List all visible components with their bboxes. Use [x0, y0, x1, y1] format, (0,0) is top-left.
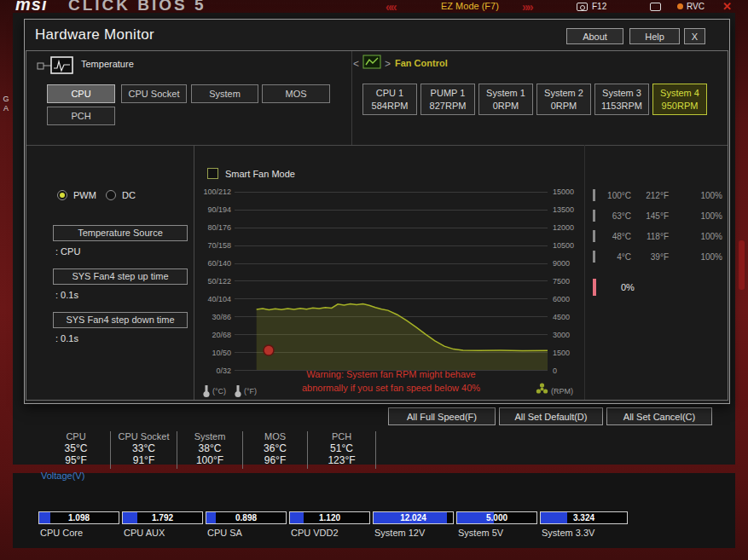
setpoint-fahrenheit: 212°F	[635, 191, 669, 200]
voltage-bar-cpu-vdd2: 1.120	[289, 511, 370, 524]
decor-chevrons-right: »»	[522, 0, 532, 14]
fan-curve-svg	[235, 192, 548, 371]
screenshot-key-label: F12	[592, 2, 606, 11]
edge-scroll-strip	[739, 240, 745, 290]
setpoint-row-4: 4°C 39°F 100%	[593, 250, 722, 263]
sensor-divider	[375, 431, 376, 469]
setpoint-celsius: 48°C	[602, 232, 631, 241]
sensor-celsius: 33°C	[111, 442, 177, 454]
pwm-label: PWM	[73, 190, 96, 200]
setpoint-celsius: 4°C	[602, 252, 631, 262]
voltage-value: 12.024	[374, 512, 453, 523]
voltage-bar-cpu-aux: 1.792	[122, 511, 203, 524]
voltage-name: CPU VDD2	[291, 528, 339, 538]
fan-tab-rpm: 0RPM	[479, 100, 532, 113]
setpoint-celsius: 100°C	[602, 191, 631, 200]
celsius-unit-label: (°C)	[212, 387, 226, 395]
sensor-cpu: CPU 35°C 95°F	[42, 430, 110, 466]
temp-axis-labels: 100/21290/194 80/17670/158 60/14050/122 …	[192, 188, 231, 375]
fan-tab-system2[interactable]: System 2 0RPM	[536, 84, 591, 115]
fan-tab-system1[interactable]: System 1 0RPM	[478, 84, 533, 115]
divider-tabs	[351, 51, 352, 145]
smart-fan-label: Smart Fan Mode	[225, 169, 295, 179]
temp-tab-cpu[interactable]: CPU	[47, 84, 115, 103]
setpoint-bar	[593, 189, 595, 201]
voltage-name: System 12V	[374, 528, 425, 538]
temperature-section-label: Temperature	[81, 59, 134, 69]
screenshot-camera-icon	[577, 3, 588, 11]
fan-tab-name: System 3	[595, 87, 648, 100]
bios-close-icon[interactable]: ✕	[722, 0, 732, 13]
voltage-bar-system-5v: 5.000	[456, 511, 537, 524]
ez-mode-label[interactable]: EZ Mode (F7)	[441, 1, 499, 11]
divider-horizontal	[26, 145, 728, 146]
setpoint-bar	[593, 251, 595, 263]
voltage-value: 1.120	[290, 512, 369, 523]
fan-control-icon	[362, 55, 381, 70]
dc-radio[interactable]	[106, 190, 116, 200]
voltage-value: 3.324	[541, 512, 627, 523]
sensor-celsius: 36°C	[243, 442, 307, 454]
edge-text-fragment: GA	[2, 95, 10, 113]
setpoint-fahrenheit: 118°F	[635, 232, 669, 241]
fan-curve-plot[interactable]	[235, 192, 548, 371]
fan-unit-icon	[536, 383, 548, 395]
all-set-cancel-button[interactable]: All Set Cancel(C)	[606, 407, 712, 425]
sensor-system: System 38°C 100°F	[177, 430, 242, 466]
curve-marker-dot[interactable]	[264, 345, 274, 355]
sensor-fahrenheit: 91°F	[111, 454, 177, 466]
voltage-name: CPU Core	[40, 528, 83, 538]
temp-tab-system[interactable]: System	[191, 84, 258, 103]
fan-curve-area	[257, 304, 548, 371]
fan-next-arrow[interactable]: >	[385, 58, 391, 70]
smart-fan-checkbox[interactable]	[207, 168, 218, 179]
fan-warning: Warning: System fan RPM might behave abn…	[235, 367, 548, 395]
fan-tab-rpm: 950RPM	[653, 100, 706, 113]
voltage-name: System 5V	[458, 528, 503, 538]
temp-tab-cpu-socket[interactable]: CPU Socket	[121, 84, 187, 103]
setpoint-duty: 100%	[693, 191, 722, 200]
setpoint-row-2: 63°C 145°F 100%	[593, 209, 722, 222]
sensor-name: PCH	[308, 430, 375, 442]
sensor-celsius: 35°C	[42, 442, 110, 454]
temperature-source-value: : CPU	[55, 246, 80, 257]
fan-warning-line2: abnormally if you set fan speed below 40…	[235, 381, 548, 395]
sensor-fahrenheit: 123°F	[308, 454, 375, 466]
step-up-time-button[interactable]: SYS Fan4 step up time	[53, 268, 188, 285]
decor-chevrons-left: ««	[386, 0, 396, 14]
voltage-value: 5.000	[457, 512, 536, 523]
fan-tab-system3[interactable]: System 3 1153RPM	[594, 84, 649, 115]
temp-tab-mos[interactable]: MOS	[262, 84, 330, 103]
sensor-name: MOS	[243, 430, 307, 442]
fan-tab-pump1[interactable]: PUMP 1 827RPM	[420, 84, 475, 115]
sensor-fahrenheit: 96°F	[243, 454, 307, 466]
dialog-close-button[interactable]: X	[684, 28, 705, 44]
voltage-bar-system-12v: 12.024	[373, 511, 454, 524]
sensor-name: CPU	[42, 430, 110, 442]
about-button[interactable]: About	[566, 28, 623, 44]
rvc-status-dot	[677, 3, 683, 9]
all-set-default-button[interactable]: All Set Default(D)	[499, 407, 603, 425]
setpoint-fahrenheit: 145°F	[635, 211, 669, 221]
dialog-title: Hardware Monitor	[35, 26, 154, 43]
help-button[interactable]: Help	[629, 28, 680, 44]
fan-tab-rpm: 0RPM	[537, 100, 590, 113]
temperature-source-button[interactable]: Temperature Source	[53, 225, 188, 241]
pwm-radio[interactable]	[57, 190, 67, 200]
step-down-time-value: : 0.1s	[55, 333, 78, 344]
voltage-bar-system-3-3v: 3.324	[540, 511, 628, 524]
fan-tab-rpm: 584RPM	[363, 100, 416, 113]
fan-tab-cpu1[interactable]: CPU 1 584RPM	[362, 84, 417, 115]
temp-tab-pch[interactable]: PCH	[47, 107, 115, 125]
fan-prev-arrow[interactable]: <	[353, 58, 359, 70]
voltage-name: CPU AUX	[124, 528, 165, 538]
setpoint-bar	[593, 230, 595, 242]
setpoint-duty: 100%	[693, 252, 722, 262]
bios-screen: msi CLICK BIOS 5 «« EZ Mode (F7) »» F12 …	[0, 0, 748, 560]
fan-tab-system4[interactable]: System 4 950RPM	[652, 84, 707, 115]
voltage-section-label: Voltage(V)	[41, 471, 84, 481]
step-down-time-button[interactable]: SYS Fan4 step down time	[53, 312, 188, 328]
temperature-monitor-icon	[37, 55, 76, 77]
all-full-speed-button[interactable]: All Full Speed(F)	[388, 407, 496, 425]
fan-control-section-label: Fan Control	[395, 58, 448, 68]
